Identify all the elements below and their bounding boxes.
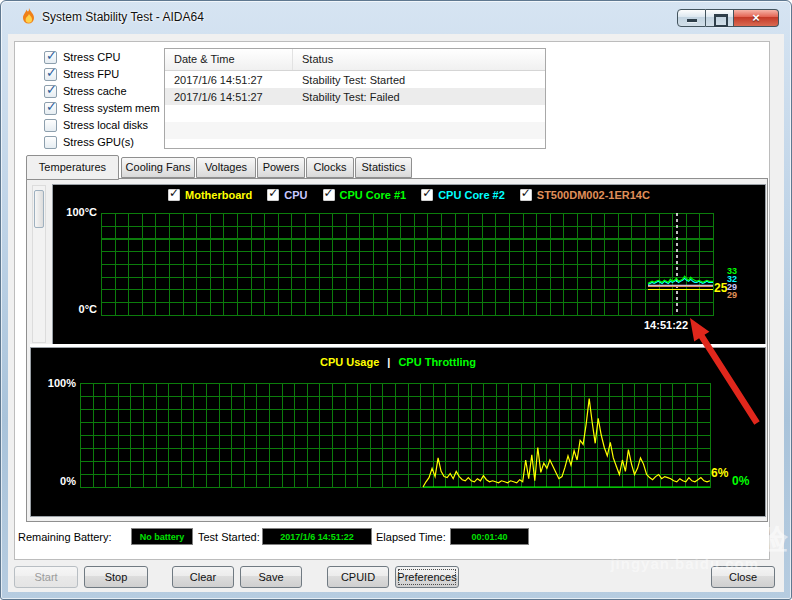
current-temp-motherboard: 25 <box>714 281 727 295</box>
tab-temperatures[interactable]: Temperatures <box>26 155 119 180</box>
current-cpu-throttling: 0% <box>732 474 749 488</box>
window-controls: × <box>677 9 779 27</box>
save-button[interactable]: Save <box>240 566 302 588</box>
stress-cache-label: Stress cache <box>63 85 127 97</box>
maximize-icon <box>714 14 728 27</box>
usage-axis-max: 100% <box>36 377 76 389</box>
close-button[interactable]: Close <box>711 566 775 588</box>
window-title: System Stability Test - AIDA64 <box>42 10 204 24</box>
minimize-icon <box>687 19 697 22</box>
current-temp-hdd: 29 <box>727 290 737 300</box>
tab-powers[interactable]: Powers <box>257 157 305 178</box>
stress-local-disks-label: Stress local disks <box>63 119 148 131</box>
clear-button[interactable]: Clear <box>172 566 234 588</box>
close-window-button[interactable]: × <box>734 9 779 27</box>
tab-voltages[interactable]: Voltages <box>196 157 256 178</box>
stress-cpu-label: Stress CPU <box>63 51 120 63</box>
stress-gpus-label: Stress GPU(s) <box>63 136 134 148</box>
cpuid-button[interactable]: CPUID <box>327 566 389 588</box>
remaining-battery-value: No battery <box>131 528 193 545</box>
tab-statistics[interactable]: Statistics <box>355 157 412 178</box>
table-row[interactable]: 2017/1/6 14:51:27 Stability Test: Starte… <box>165 71 545 88</box>
chart-vertical-scrollbar[interactable] <box>32 185 46 343</box>
stress-fpu-checkbox[interactable]: ✓ <box>44 68 57 81</box>
usage-axis-min: 0% <box>36 475 76 487</box>
aida64-flame-icon <box>21 8 37 26</box>
stress-local-disks-checkbox[interactable]: ✓ <box>44 119 57 132</box>
stress-system-mem-label: Stress system mem <box>63 102 160 114</box>
cell-date: 2017/1/6 14:51:27 <box>165 91 293 103</box>
remaining-battery-label: Remaining Battery: <box>18 531 112 543</box>
stress-system-mem-checkbox[interactable]: ✓ <box>44 102 57 115</box>
test-started-label: Test Started: <box>198 531 260 543</box>
stress-fpu-label: Stress FPU <box>63 68 119 80</box>
close-icon: × <box>734 10 778 26</box>
tab-clocks[interactable]: Clocks <box>306 157 354 178</box>
check-icon: ✓ <box>46 48 57 63</box>
current-cpu-usage: 6% <box>711 466 728 480</box>
cpu-usage-chart <box>30 347 766 517</box>
minimize-button[interactable] <box>677 9 706 27</box>
title-bar[interactable]: System Stability Test - AIDA64 × <box>0 0 792 34</box>
time-cursor-label: 14:51:22 <box>644 319 688 331</box>
test-started-value: 2017/1/6 14:51:22 <box>262 528 372 545</box>
check-icon: ✓ <box>46 82 57 97</box>
table-row[interactable]: 2017/1/6 14:51:27 Stability Test: Failed <box>165 88 545 105</box>
scrollbar-thumb[interactable] <box>34 190 44 228</box>
cell-status: Stability Test: Started <box>293 74 545 86</box>
table-header: Date & Time Status <box>165 49 545 71</box>
empty-row <box>165 139 545 149</box>
check-icon: ✓ <box>46 65 57 80</box>
elapsed-time-label: Elapsed Time: <box>376 531 446 543</box>
cell-date: 2017/1/6 14:51:27 <box>165 74 293 86</box>
start-button: Start <box>14 566 78 588</box>
elapsed-time-value: 00:01:40 <box>450 528 529 545</box>
preferences-button[interactable]: Preferences <box>395 566 459 588</box>
stop-button[interactable]: Stop <box>84 566 148 588</box>
event-log-table[interactable]: Date & Time Status 2017/1/6 14:51:27 Sta… <box>164 48 546 149</box>
column-header-date-time[interactable]: Date & Time <box>165 49 293 70</box>
cell-status: Stability Test: Failed <box>293 91 545 103</box>
empty-row <box>165 122 545 139</box>
column-header-status[interactable]: Status <box>293 49 545 70</box>
stress-cache-checkbox[interactable]: ✓ <box>44 85 57 98</box>
maximize-button[interactable] <box>706 9 734 27</box>
stress-cpu-checkbox[interactable]: ✓ <box>44 51 57 64</box>
empty-row <box>165 105 545 122</box>
stress-gpus-checkbox[interactable]: ✓ <box>44 136 57 149</box>
check-icon: ✓ <box>46 99 57 114</box>
tab-cooling-fans[interactable]: Cooling Fans <box>121 157 195 178</box>
temp-axis-min: 0°C <box>56 303 97 315</box>
temp-axis-max: 100°C <box>56 206 97 218</box>
